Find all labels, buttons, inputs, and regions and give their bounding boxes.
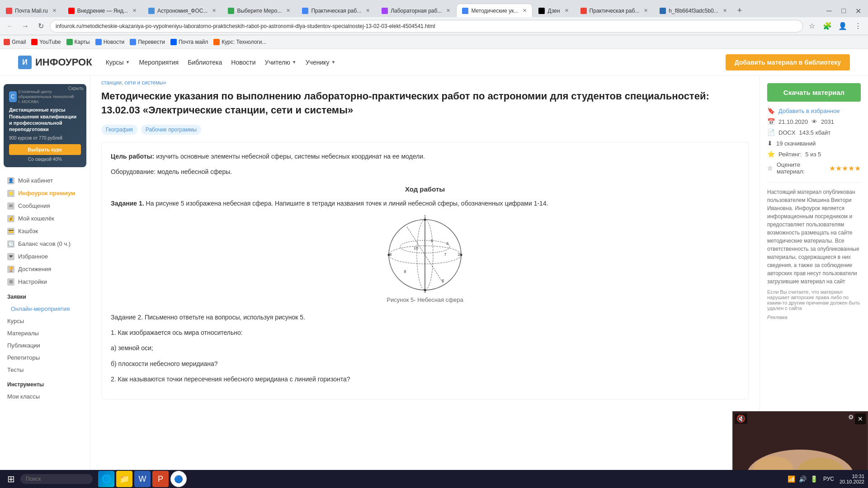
sidebar-settings[interactable]: ⚙ Настройки [0,276,90,288]
tab-close-practical[interactable]: ✕ [366,8,370,14]
nav-student-label: Ученику [306,59,330,66]
sidebar-cabinet[interactable]: 👤 Мой кабинет [0,174,90,187]
sidebar-online-events[interactable]: Онлайн-мероприятия [0,303,90,315]
tab-close-doc[interactable]: ✕ [723,8,727,14]
rate-label: Оцените материал: [777,161,826,175]
taskbar-explorer-icon[interactable]: 📁 [116,471,132,487]
profile-button[interactable]: 👤 [836,20,849,33]
nav-events[interactable]: Мероприятия [139,59,179,66]
nav-news[interactable]: Новости [231,59,255,66]
forward-button[interactable]: → [19,20,32,33]
bookmark-news[interactable]: Новости [95,39,124,45]
breadcrumb-link[interactable]: станции, сети и системы» [101,80,166,86]
tab-close-practical2[interactable]: ✕ [644,8,648,14]
sidebar-balance[interactable]: 🕐 Баланс часов (0 ч.) [0,238,90,250]
tab-doc[interactable]: h_f8b664f3adc5b0... ✕ [654,4,732,17]
tab-practical[interactable]: Практическая раб... ✕ [296,4,376,17]
tag-geography[interactable]: География [101,125,137,135]
tab-dzen[interactable]: Дзен ✕ [533,4,574,17]
tab-close-method[interactable]: ✕ [523,8,527,14]
add-material-button[interactable]: Добавить материал в библиотеку [726,54,850,70]
back-button[interactable]: ← [4,20,16,33]
download-button[interactable]: Скачать материал [767,83,861,102]
tab-close-mail[interactable]: ✕ [52,8,57,14]
tab-method[interactable]: Методические ук... ✕ [456,4,533,17]
tab-practical2[interactable]: Практическая раб... ✕ [575,4,654,17]
close-window-button[interactable]: ✕ [852,5,864,17]
address-input[interactable] [50,20,803,33]
video-close-button[interactable]: ✕ [855,413,866,424]
nav-student[interactable]: Ученику ▼ [306,59,336,66]
bookmark-youtube[interactable]: YouTube [31,39,61,45]
bookmark-translate[interactable]: Перевести [130,39,165,45]
bookmark-mail[interactable]: Почта майл [170,39,208,45]
svg-point-18 [388,253,390,256]
nav-courses[interactable]: Курсы ▼ [106,59,130,66]
tab-mail[interactable]: Почта Mail.ru ✕ [0,4,62,17]
nav-teacher[interactable]: Учителю ▼ [265,59,297,66]
favorite-link[interactable]: Добавить в избранное [778,108,840,114]
taskbar-search-input[interactable] [20,474,93,484]
tab-choose[interactable]: Выберите Меро... ✕ [222,4,296,17]
sidebar-wallet[interactable]: 💰 Мой кошелёк [0,212,90,225]
extensions-button[interactable]: 🧩 [821,20,834,33]
tag-programs[interactable]: Рабочие программы [141,125,201,135]
svg-text:5: 5 [446,241,448,246]
celestial-sphere-diagram: 1 2 3 4 5 6 7 8 9 10 [380,214,470,296]
bookmark-gmail[interactable]: Gmail [4,39,26,45]
video-controls: ✕ [855,413,866,424]
sidebar-favorites[interactable]: ❤ Избранное [0,250,90,263]
article-equipment: Оборудование: модель небесной сферы. [111,167,739,177]
sidebar-cashback[interactable]: 💳 Кэшбэк [0,225,90,238]
tab-close-lab[interactable]: ✕ [446,8,450,14]
sidebar-tutors[interactable]: Репетиторы [0,352,90,364]
start-button[interactable]: ⊞ [4,472,19,486]
tab-close-astro[interactable]: ✕ [212,8,216,14]
star-button[interactable]: ☆ [806,20,818,33]
bookmark-course[interactable]: Курс: Технологи... [213,39,266,45]
sidebar-messages[interactable]: ✉ Сообщения [0,200,90,212]
ad-hide-button[interactable]: Скрыть [68,86,84,91]
new-tab-button[interactable]: + [733,4,747,17]
taskbar-word-icon[interactable]: W [134,471,151,487]
material-info: Настоящий материал опубликован пользоват… [767,182,861,286]
bookmark-label-course: Курс: Технологи... [222,39,266,45]
center-content: станции, сети и системы» Методические ук… [90,76,760,488]
ad-logo: С Столичный центр образовательных технол… [9,89,81,104]
question2: 2. Как называются точки пересечения небе… [111,374,739,384]
tab-label-yandex: Внедрение — Янд... [77,8,128,14]
video-mute-button[interactable]: 🔇 [735,413,747,424]
ad-choose-button[interactable]: Выбрать курс [9,144,81,155]
sidebar-courses[interactable]: Курсы [0,315,90,327]
menu-button[interactable]: ⋮ [852,20,864,33]
sidebar-my-classes[interactable]: Мои классы [0,390,90,403]
tab-astro[interactable]: Астрономия_ФОС... ✕ [142,4,222,17]
tab-lab[interactable]: Лабораторная раб... ✕ [376,4,456,17]
article-goal: Цель работы: изучить основные элементы н… [111,151,739,161]
taskbar-edge-icon[interactable]: 🌐 [98,471,114,487]
video-settings-button[interactable]: ⚙ [848,413,854,421]
sidebar-materials[interactable]: Материалы [0,327,90,339]
minimize-button[interactable]: ─ [823,5,835,17]
sidebar-publications[interactable]: Публикации [0,339,90,352]
bookmark-maps[interactable]: Карты [66,39,90,45]
maximize-button[interactable]: □ [837,5,850,17]
tab-favicon-doc [660,8,666,14]
tab-favicon-dzen [538,8,545,14]
nav-library[interactable]: Библиотека [188,59,222,66]
tab-yandex[interactable]: Внедрение — Янд... ✕ [62,4,142,17]
tab-close-yandex[interactable]: ✕ [132,8,137,14]
sidebar-premium[interactable]: ⭐ Инфоурок премиум [0,187,90,200]
site-logo[interactable]: И ИНФОУРОК [18,56,92,69]
star-rating[interactable]: ★★★★★ [829,164,861,173]
task1: Задание 1. На рисунке 5 изображена небес… [111,198,739,208]
reload-button[interactable]: ↻ [34,20,47,33]
tab-close-dzen[interactable]: ✕ [565,8,569,14]
taskbar-ppt-icon[interactable]: P [152,471,169,487]
tab-close-choose[interactable]: ✕ [286,8,290,14]
sidebar-achievements[interactable]: 🏆 Достижения [0,263,90,276]
taskbar-chrome-icon[interactable]: 🔵 [170,471,187,487]
sidebar-tests[interactable]: Тесты [0,364,90,376]
sidebar-cashback-label: Кэшбэк [18,228,38,235]
tab-bar: Почта Mail.ru ✕ Внедрение — Янд... ✕ Аст… [0,0,868,17]
